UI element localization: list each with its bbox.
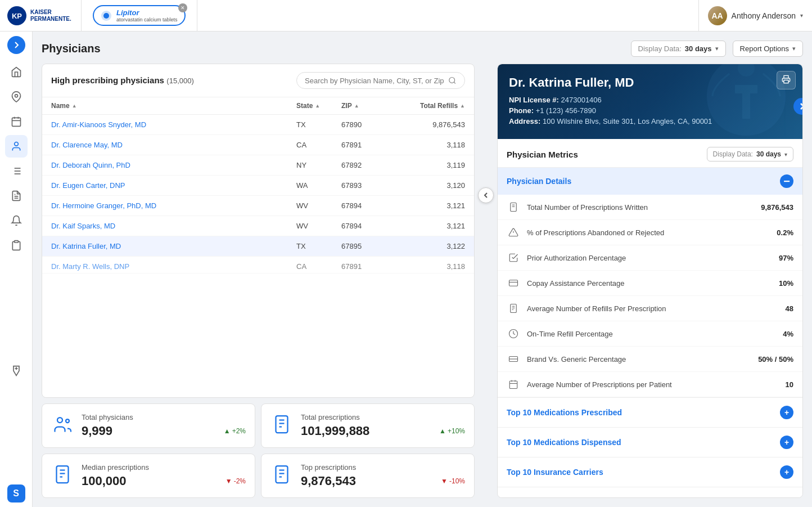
physician-state: TX: [296, 120, 341, 129]
report-options-dropdown[interactable]: Report Options ▾: [733, 41, 803, 57]
clipboard-icon: [11, 240, 22, 251]
stat-value: 9,999: [82, 424, 112, 438]
physician-name[interactable]: Dr. Katrina Fuller, MD: [51, 242, 296, 250]
stat-prescriptions-icon: [270, 413, 293, 436]
table-row[interactable]: Dr. Katrina Fuller, MD TX 67895 3,122: [42, 236, 474, 257]
stat-change: ▲ +10%: [439, 427, 465, 435]
table-row[interactable]: Dr. Deborah Quinn, PhD NY 67892 3,119: [42, 155, 474, 176]
sidebar-item-location[interactable]: [5, 86, 28, 108]
svg-rect-32: [276, 466, 288, 483]
collapse-button[interactable]: [478, 187, 494, 203]
physician-zip: 67891: [341, 262, 392, 271]
accordion-expand-button[interactable]: +: [780, 465, 793, 479]
svg-point-23: [66, 419, 69, 423]
physician-name[interactable]: Dr. Kaif Sparks, MD: [51, 222, 296, 230]
physician-zip: 67892: [341, 161, 392, 169]
sidebar-item-rx[interactable]: [5, 360, 28, 382]
prescription-icon: [507, 200, 520, 214]
physicians-table: Name ▲ State ▲ ZIP ▲: [42, 97, 474, 397]
table-head: Name ▲ State ▲ ZIP ▲: [42, 97, 474, 115]
stat-physicians-icon: [51, 413, 74, 436]
sidebar-item-bell[interactable]: [5, 209, 28, 232]
stat-content-prescriptions: Total prescriptions 101,999,888 ▲ +10%: [301, 413, 465, 438]
table-row[interactable]: Dr. Marty R. Wells, DNP CA 67891 3,118: [42, 257, 474, 273]
svg-point-3: [103, 13, 109, 19]
main-layout: S Physicians Display Data: 30 days ▾ Rep…: [0, 32, 812, 507]
print-button[interactable]: [777, 71, 796, 89]
th-refills: Total Refills ▲: [392, 102, 465, 110]
physician-name[interactable]: Dr. Deborah Quinn, PhD: [51, 161, 296, 169]
physician-refills: 3,118: [392, 141, 465, 149]
metrics-display-dropdown[interactable]: Display Data: 30 days ▾: [707, 147, 793, 161]
table-row[interactable]: Dr. Eugen Carter, DNP WA 67893 3,120: [42, 176, 474, 196]
drug-selector[interactable]: Lipitor atorvastatin calcium tablets ✕: [82, 0, 197, 31]
sidebar-item-list[interactable]: [5, 160, 28, 182]
physician-state: TX: [296, 242, 341, 250]
list-icon: [11, 165, 22, 177]
metric-row: % of Prescriptions Abandoned or Rejected…: [498, 220, 802, 245]
home-icon: [11, 66, 22, 78]
physician-name[interactable]: Dr. Eugen Carter, DNP: [51, 181, 296, 190]
calendar-icon: [11, 116, 22, 127]
stat-label: Top prescriptions: [301, 463, 465, 472]
table-row[interactable]: Dr. Clarence May, MD CA 67891 3,118: [42, 135, 474, 155]
accordion-expand-button[interactable]: +: [780, 406, 793, 419]
sidebar-item-calendar[interactable]: [5, 110, 28, 133]
stat-content-physicians: Total physicians 9,999 ▲ +2%: [82, 413, 246, 438]
kp-logo-text: KAISER PERMANENTE.: [30, 9, 71, 23]
document-icon: [11, 190, 22, 201]
svg-point-4: [15, 95, 17, 97]
kp-logo: KP KAISER PERMANENTE.: [0, 0, 82, 31]
sidebar-item-home[interactable]: [5, 61, 28, 83]
svg-rect-28: [57, 466, 69, 483]
collapse-icon[interactable]: [478, 187, 494, 203]
table-row[interactable]: Dr. Kaif Sparks, MD WV 67894 3,121: [42, 216, 474, 236]
user-menu-chevron-icon: ▾: [800, 12, 803, 19]
accordion-title: Top 10 Insurance Carriers: [507, 468, 603, 477]
search-box[interactable]: [296, 72, 465, 89]
svg-point-9: [14, 142, 18, 146]
svg-rect-45: [511, 304, 517, 313]
patient-icon: [507, 378, 520, 391]
rx-icon: [11, 365, 22, 376]
physician-name[interactable]: Dr. Marty R. Wells, DNP: [51, 262, 296, 271]
physician-zip: 67891: [341, 141, 392, 149]
accordion-expand-button[interactable]: +: [780, 436, 793, 449]
top-medications-prescribed-header[interactable]: Top 10 Medications Prescribed +: [498, 398, 802, 427]
sidebar-item-clipboard[interactable]: [5, 234, 28, 257]
doctor-phone: Phone: +1 (123) 456-7890: [509, 106, 791, 115]
bell-icon: [11, 215, 22, 226]
table-row[interactable]: Dr. Hermoine Granger, PhD, MD WV 67894 3…: [42, 196, 474, 216]
table-row[interactable]: Dr. Amir-Kianoos Snyder, MD TX 67890 9,8…: [42, 115, 474, 135]
physician-refills: 3,121: [392, 201, 465, 210]
user-menu[interactable]: AA Anthony Anderson ▾: [698, 0, 812, 31]
physician-name[interactable]: Dr. Hermoine Granger, PhD, MD: [51, 201, 296, 210]
top-insurance-carriers-header[interactable]: Top 10 Insurance Carriers +: [498, 457, 802, 487]
physician-details-header[interactable]: Physician Details −: [498, 168, 802, 195]
physician-state: WA: [296, 181, 341, 190]
search-input[interactable]: [305, 77, 444, 85]
drug-close-button[interactable]: ✕: [178, 3, 187, 12]
stat-value: 101,999,888: [301, 424, 369, 438]
sidebar-toggle-button[interactable]: [7, 36, 25, 54]
physician-name[interactable]: Dr. Amir-Kianoos Snyder, MD: [51, 120, 296, 129]
display-data-dropdown[interactable]: Display Data: 30 days ▾: [631, 41, 726, 57]
physician-refills: 3,121: [392, 222, 465, 230]
physician-zip: 67894: [341, 201, 392, 210]
svg-rect-24: [276, 416, 288, 433]
physicians-table-card: High prescribing physicians (15,000): [42, 64, 475, 398]
top-medications-dispensed-header[interactable]: Top 10 Medications Dispensed +: [498, 428, 802, 457]
top-medications-dispensed-section: Top 10 Medications Dispensed +: [498, 428, 802, 457]
avatar: AA: [708, 6, 727, 25]
sidebar-item-document[interactable]: [5, 185, 28, 207]
auth-icon: [507, 251, 520, 264]
sidebar-item-persons[interactable]: [5, 135, 28, 158]
accordion-collapse-button[interactable]: −: [780, 174, 793, 188]
content-area: Physicians Display Data: 30 days ▾ Repor…: [33, 32, 812, 507]
kp-emblem-icon: KP: [7, 6, 27, 26]
th-zip: ZIP ▲: [341, 102, 392, 110]
physician-name[interactable]: Dr. Clarence May, MD: [51, 141, 296, 149]
svg-point-22: [57, 418, 62, 423]
print-icon: [782, 75, 791, 84]
search-icon: [448, 76, 457, 85]
